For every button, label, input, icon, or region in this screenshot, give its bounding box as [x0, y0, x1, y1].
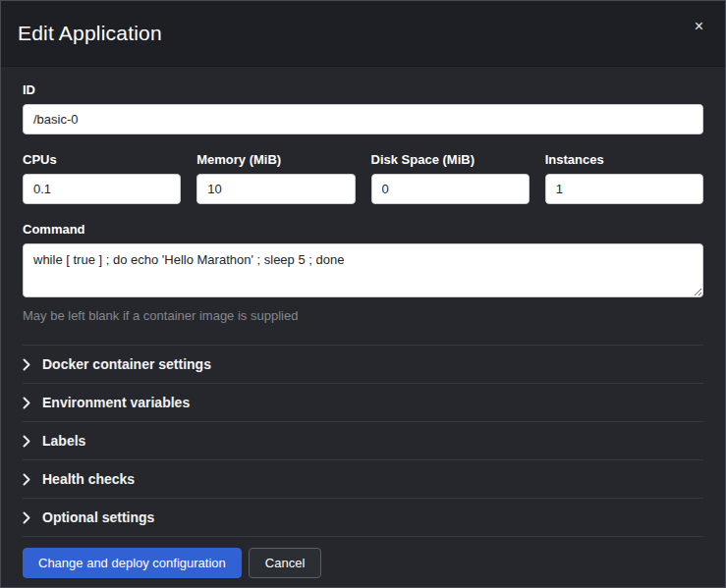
chevron-right-icon: [23, 511, 31, 524]
section-optional-settings[interactable]: Optional settings: [23, 498, 703, 536]
section-label: Optional settings: [42, 509, 154, 525]
memory-label: Memory (MiB): [196, 152, 355, 167]
instances-label: Instances: [545, 152, 703, 167]
command-helper-text: May be left blank if a container image i…: [23, 308, 703, 323]
cancel-button[interactable]: Cancel: [249, 548, 321, 578]
disk-space-field-group: Disk Space (MiB): [371, 152, 530, 204]
modal-header: Edit Application ×: [1, 1, 725, 67]
memory-field-group: Memory (MiB): [196, 152, 355, 204]
id-input[interactable]: [23, 104, 703, 134]
id-label: ID: [23, 82, 703, 97]
section-label: Health checks: [42, 471, 135, 487]
collapsible-sections: Docker container settings Environment va…: [23, 345, 703, 537]
section-environment-variables[interactable]: Environment variables: [23, 383, 703, 421]
section-labels[interactable]: Labels: [23, 421, 703, 459]
id-field-group: ID: [23, 82, 703, 134]
command-textarea[interactable]: while [ true ] ; do echo 'Hello Marathon…: [23, 243, 703, 297]
chevron-right-icon: [23, 473, 31, 486]
deploy-button[interactable]: Change and deploy configuration: [23, 548, 242, 578]
section-label: Docker container settings: [42, 356, 211, 372]
disk-space-input[interactable]: [371, 174, 530, 204]
cpus-label: CPUs: [23, 152, 181, 167]
instances-field-group: Instances: [545, 152, 703, 204]
chevron-right-icon: [23, 397, 31, 409]
section-docker-container-settings[interactable]: Docker container settings: [23, 345, 703, 383]
resources-row: CPUs Memory (MiB) Disk Space (MiB) Insta…: [23, 152, 703, 204]
close-icon: ×: [695, 18, 703, 34]
cpus-input[interactable]: [23, 174, 181, 204]
close-button[interactable]: ×: [693, 15, 705, 38]
section-label: Labels: [42, 433, 85, 449]
modal-body: ID CPUs Memory (MiB) Disk Space (MiB) In…: [1, 67, 725, 588]
chevron-right-icon: [23, 435, 31, 448]
instances-input[interactable]: [545, 174, 703, 204]
cpus-field-group: CPUs: [23, 152, 181, 204]
memory-input[interactable]: [196, 174, 355, 204]
modal-footer: Change and deploy configuration Cancel: [23, 537, 703, 578]
section-health-checks[interactable]: Health checks: [23, 459, 703, 498]
modal-title: Edit Application: [18, 22, 162, 45]
command-label: Command: [23, 222, 703, 237]
command-field-group: Command while [ true ] ; do echo 'Hello …: [23, 222, 703, 323]
edit-application-modal: Edit Application × ID CPUs Memory (MiB) …: [0, 0, 726, 588]
section-label: Environment variables: [42, 395, 190, 410]
disk-space-label: Disk Space (MiB): [371, 152, 530, 167]
chevron-right-icon: [23, 358, 31, 371]
